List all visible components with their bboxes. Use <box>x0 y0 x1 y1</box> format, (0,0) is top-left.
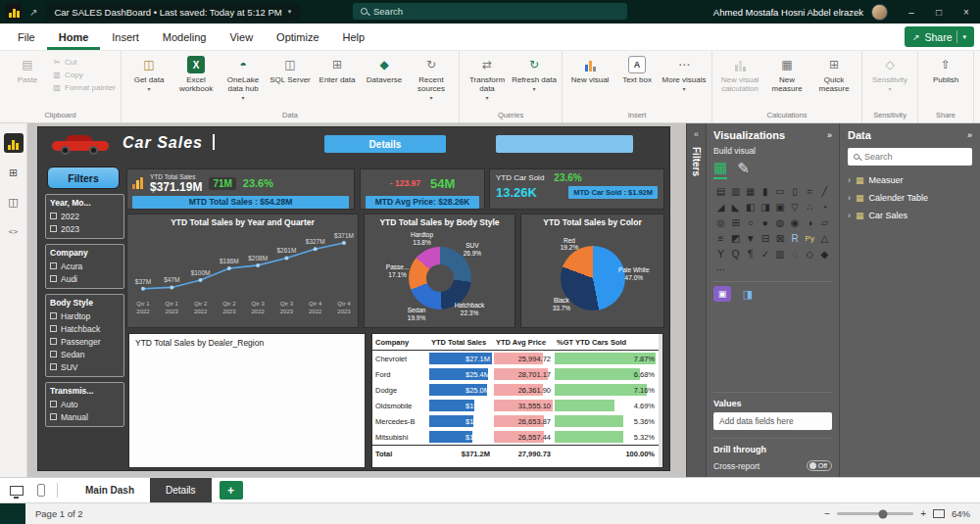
chevron-right-icon[interactable]: › <box>848 211 851 220</box>
menu-file[interactable]: File <box>6 24 47 50</box>
stacked-area-chart-icon[interactable]: ◣ <box>728 200 743 214</box>
recent-sources-button[interactable]: ↻Recent sources▾ <box>409 54 454 101</box>
text-box-button[interactable]: AText box <box>614 54 660 84</box>
stacked-bar-chart-icon[interactable]: ▤ <box>713 184 728 198</box>
new-page-button[interactable]: + <box>220 481 243 500</box>
decomposition-tree-icon[interactable]: Y <box>713 247 728 261</box>
kpi-card-cars-sold[interactable]: YTD Car Sold 23.6% 13.26K MTD Car Sold :… <box>489 168 664 210</box>
publish-button[interactable]: ⇧Publish <box>923 54 968 84</box>
filter-option-audi[interactable]: Audi <box>50 272 120 285</box>
collapse-pane-icon[interactable]: » <box>827 130 832 140</box>
refresh-data-button[interactable]: ↻Refresh data▾ <box>512 54 557 92</box>
funnel-chart-icon[interactable]: ▽ <box>788 200 803 214</box>
format-visual-tab[interactable]: ✎ <box>737 160 750 178</box>
line-chart-card[interactable]: YTD Total Sales by Year and Quarter $37M… <box>126 214 359 328</box>
dataverse-button[interactable]: ◆Dataverse <box>362 54 407 84</box>
table-view-button[interactable]: ⊞ <box>4 163 24 182</box>
zoom-in-button[interactable]: + <box>920 508 926 519</box>
r-script-visual-icon[interactable]: R <box>788 231 803 245</box>
menu-optimize[interactable]: Optimize <box>265 24 330 50</box>
col-header-ytd-avg-price[interactable]: YTD Avg Price <box>493 338 554 347</box>
azure-map-icon[interactable]: ◉ <box>788 215 803 229</box>
col-header-gt-ytd-cars-sold[interactable]: %GT YTD Cars Sold <box>554 338 658 347</box>
quick-measure-button[interactable]: ⊞Quick measure <box>811 54 857 93</box>
menu-home[interactable]: Home <box>47 24 101 50</box>
excel-workbook-button[interactable]: XExcel workbook <box>173 54 219 93</box>
area-chart-icon[interactable]: ◢ <box>713 200 728 214</box>
menu-view[interactable]: View <box>218 24 265 50</box>
col-header-ytd-total-sales[interactable]: YTD Total Sales <box>428 338 493 347</box>
document-title[interactable]: Car SALES DashBoard • Last saved: Today … <box>45 3 300 21</box>
get-data-button[interactable]: ◫Get data▾ <box>126 54 172 92</box>
key-influencers-icon[interactable]: △ <box>817 231 832 245</box>
report-view-button[interactable] <box>4 133 24 153</box>
ribbon-chart-icon[interactable]: ≈ <box>803 184 817 198</box>
matrix-icon[interactable]: ⊠ <box>773 231 788 245</box>
shape-map-icon[interactable]: ◍ <box>773 215 788 229</box>
get-more-visuals-icon[interactable]: ◨ <box>739 286 757 302</box>
filter-option-suv[interactable]: SUV <box>50 360 120 373</box>
paginated-report-icon[interactable]: ▥ <box>773 247 788 261</box>
table-icon[interactable]: ⊟ <box>758 231 772 245</box>
power-apps-icon[interactable]: ◇ <box>803 247 817 261</box>
data-field-car-sales[interactable]: ›▦Car Sales <box>848 211 972 220</box>
fit-to-page-icon[interactable] <box>933 509 945 518</box>
collapse-pane-icon[interactable]: » <box>967 130 972 140</box>
mobile-view-icon[interactable] <box>37 484 45 497</box>
page-tab-main-dash[interactable]: Main Dash <box>70 478 150 502</box>
map-icon[interactable]: ○ <box>743 215 758 229</box>
details-nav-button[interactable]: Details <box>324 135 446 153</box>
filter-option-acura[interactable]: Acura <box>50 260 120 272</box>
zoom-out-button[interactable]: − <box>824 508 830 519</box>
filter-option-passenger[interactable]: Passenger <box>50 335 120 348</box>
pie-chart-icon[interactable]: ◔ <box>817 200 832 214</box>
page-tab-details[interactable]: Details <box>150 478 212 502</box>
chevron-right-icon[interactable]: › <box>848 175 851 185</box>
filter-option-auto[interactable]: Auto <box>50 398 120 410</box>
empty-textbox[interactable] <box>496 135 633 153</box>
line-clustered-column-chart-icon[interactable]: ◨ <box>758 200 772 214</box>
metrics-icon[interactable]: ✓ <box>758 247 772 261</box>
enter-data-button[interactable]: ⊞Enter data <box>315 54 360 84</box>
clustered-column-chart-icon[interactable]: ▮ <box>758 184 772 198</box>
ytd-total-sales-by-body-style-plot[interactable] <box>409 247 471 310</box>
filters-button[interactable]: Filters <box>47 167 120 189</box>
100-stacked-column-chart-icon[interactable]: ▯ <box>788 184 803 198</box>
zoom-slider[interactable] <box>837 512 913 515</box>
titlebar-search[interactable]: Search <box>353 3 627 20</box>
values-field-well[interactable]: Add data fields here <box>713 412 832 430</box>
power-automate-icon[interactable]: ◆ <box>817 247 832 261</box>
menu-modeling[interactable]: Modeling <box>151 24 219 50</box>
transform-data-button[interactable]: ⇄Transform data▾ <box>465 54 510 101</box>
more-visuals-button[interactable]: ⋯More visuals▾ <box>662 54 707 92</box>
cross-report-toggle[interactable]: Off <box>807 460 832 471</box>
stacked-column-chart-icon[interactable]: ▥ <box>728 184 743 198</box>
line-chart-icon[interactable]: ╱ <box>817 184 832 198</box>
multi-row-card-icon[interactable]: ≡ <box>713 231 728 245</box>
sql-server-button[interactable]: ◫SQL Server <box>268 54 313 84</box>
maximize-button[interactable]: □ <box>925 0 953 24</box>
onelake-data-hub-button[interactable]: ◓OneLake data hub▾ <box>220 54 266 101</box>
filled-map-icon[interactable]: ● <box>758 215 772 229</box>
build-visual-tab[interactable]: ▦ <box>713 159 727 179</box>
kpi-card-avg-price[interactable]: - 123.97 54M MTD Avg Price: $28.26K <box>360 168 485 210</box>
kpi-icon[interactable]: ◩ <box>728 231 743 245</box>
dashboard-title[interactable]: Car Sales <box>122 134 203 152</box>
map-visual-card[interactable]: YTD Total Sales by Dealer_Region <box>128 333 366 468</box>
donut-chart-card[interactable]: YTD Total Sales by Body Style SUV26.9%Ha… <box>364 214 515 328</box>
dax-query-view-button[interactable]: <> <box>4 221 24 241</box>
filter-option-sedan[interactable]: Sedan <box>50 348 120 360</box>
new-measure-button[interactable]: ▦New measure <box>764 54 809 93</box>
chevron-right-icon[interactable]: › <box>848 193 851 203</box>
menu-help[interactable]: Help <box>331 24 377 50</box>
zoom-slider-knob[interactable] <box>878 509 887 518</box>
scatter-chart-icon[interactable]: ∴ <box>803 200 817 214</box>
qa-visual-icon[interactable]: Q <box>728 247 743 261</box>
filter-option-hatchback[interactable]: Hatchback <box>50 322 120 335</box>
filter-option-manual[interactable]: Manual <box>50 410 120 423</box>
table-visual[interactable]: CompanyYTD Total SalesYTD Avg Price%GT Y… <box>371 333 663 468</box>
donut-chart-icon[interactable]: ◎ <box>713 215 728 229</box>
filters-pane-collapsed[interactable]: « Filters <box>686 123 706 477</box>
filter-option-2023[interactable]: 2023 <box>50 222 120 235</box>
data-field-measuer[interactable]: ›▦Measuer <box>848 175 972 185</box>
